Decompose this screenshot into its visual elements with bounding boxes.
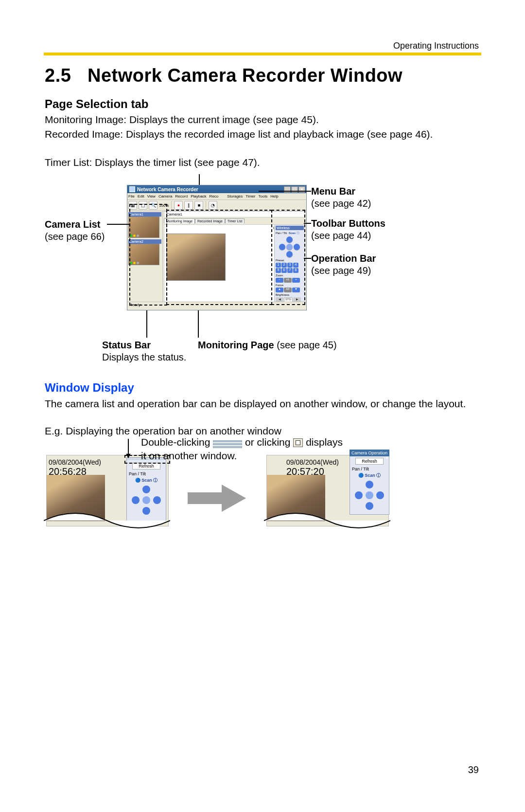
section-name: Network Camera Recorder Window (88, 65, 402, 86)
drag-handle-icon (213, 439, 242, 446)
callout-toolbar: Toolbar Buttons(see page 44) (311, 217, 385, 242)
dpad-left-icon[interactable] (132, 496, 140, 504)
app-icon (129, 186, 135, 192)
menu-record[interactable]: Record (175, 194, 188, 198)
wd-left-scan[interactable]: 🔵 Scan ⓘ (127, 477, 166, 484)
window-controls[interactable]: _□× (284, 186, 305, 193)
dpad-down-icon[interactable] (366, 502, 373, 510)
menubar[interactable]: File Edit View Camera Record Playback Re… (127, 193, 306, 200)
dpad-center-icon[interactable] (142, 496, 150, 504)
wd-text1: The camera list and operation bar can be… (45, 397, 482, 411)
menu-edit[interactable]: Edit (138, 194, 144, 198)
leader-statusbar (146, 309, 147, 338)
arrowhead-icon: ▼ (124, 451, 132, 460)
refresh-button[interactable]: Refresh (132, 463, 160, 469)
callout-statusbar: Status BarDisplays the status. (102, 339, 186, 363)
callout-operation: Operation Bar(see page 49) (311, 253, 376, 277)
wd-inline-mid: or clicking (245, 436, 290, 448)
page-tear-right (264, 511, 390, 530)
menu-view[interactable]: View (147, 194, 156, 198)
menu-camera[interactable]: Camera (158, 194, 172, 198)
record-icon[interactable]: ● (174, 201, 183, 210)
menu-more[interactable]: Reco (210, 194, 219, 198)
leader-menubar (259, 191, 311, 192)
wd-inline-line2: it on another window. (141, 450, 237, 461)
transition-arrow-icon (188, 485, 246, 512)
section-title: 2.5Network Camera Recorder Window (45, 65, 402, 86)
wd-left-date: 09/08/2004(Wed) (49, 458, 101, 466)
section-number: 2.5 (45, 65, 88, 86)
leader-operation (304, 258, 311, 259)
wd-right-dpad[interactable] (355, 481, 384, 510)
detach-window-icon (293, 438, 303, 447)
wd-right-pan-tilt: Pan / Tilt (350, 467, 389, 471)
window-display-head: Window Display (45, 381, 134, 395)
dpad-center-icon[interactable] (366, 491, 373, 499)
app-title: Network Camera Recorder (137, 187, 198, 192)
running-head: Operating Instructions (393, 41, 479, 51)
menu-tools[interactable]: Tools (258, 194, 267, 198)
clock-icon[interactable]: ◔ (209, 201, 217, 210)
dpad-up-icon[interactable] (366, 481, 373, 488)
wd-left-dpad[interactable] (132, 486, 161, 515)
wd-right-scan[interactable]: 🔵 Scan ⓘ (350, 472, 389, 479)
menu-playback[interactable]: Playback (191, 194, 206, 198)
dpad-right-icon[interactable] (376, 491, 384, 499)
wd-inline-post: displays (306, 436, 343, 448)
wd-left-pan-tilt: Pan / Tilt (127, 471, 166, 476)
leader-toolbar (304, 223, 311, 224)
highlight-operation-bar (271, 210, 305, 305)
body-line-1: Monitoring Image: Displays the current i… (45, 113, 482, 126)
body-line-2: Recorded Image: Displays the recorded im… (45, 127, 482, 141)
dpad-up-icon[interactable] (142, 486, 150, 493)
page-selection-head: Page Selection tab (45, 97, 148, 111)
highlight-camera-list (129, 204, 167, 306)
menu-help[interactable]: Help (270, 194, 278, 198)
dpad-right-icon[interactable] (153, 496, 161, 504)
svg-marker-0 (188, 485, 246, 512)
callout-camera-list: Camera List(see page 66) (45, 218, 105, 243)
callout-menubar: Menu Bar(see page 42) (311, 185, 371, 210)
body-line-3: Timer List: Displays the timer list (see… (45, 156, 482, 169)
dpad-left-icon[interactable] (355, 491, 363, 499)
titlebar[interactable]: Network Camera Recorder _□× (127, 185, 306, 193)
page-tear-left (44, 511, 170, 530)
wd-inline: Double-clicking or clicking displays it … (141, 435, 481, 463)
leader-camera-list (107, 224, 129, 225)
pause-icon[interactable]: ∥ (184, 201, 193, 210)
leader-monitoring (198, 309, 199, 338)
wd-inline-pre: Double-clicking (141, 436, 210, 448)
divider (44, 53, 481, 55)
menu-timer[interactable]: Timer (245, 194, 255, 198)
stop-icon[interactable]: ■ (194, 201, 203, 210)
page-number: 39 (468, 764, 479, 776)
menu-storages[interactable]: Storages (227, 194, 243, 198)
menu-file[interactable]: File (128, 194, 135, 198)
callout-monitoring: Monitoring Page (see page 45) (198, 339, 337, 351)
highlight-monitoring (166, 210, 272, 305)
